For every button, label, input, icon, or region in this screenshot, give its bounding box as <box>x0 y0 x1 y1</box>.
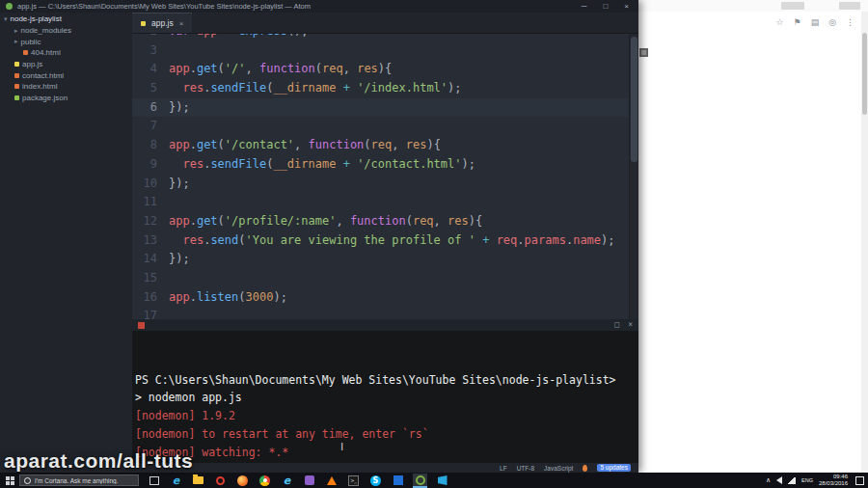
terminal-line: [nodemon] 1.9.2 <box>135 407 638 425</box>
terminal-line: > nodemon app.js <box>135 389 638 407</box>
code-line-12[interactable]: 12app.get('/profile/:name', function(req… <box>132 212 629 231</box>
start-button[interactable] <box>0 473 19 488</box>
inactive-window-control-right[interactable] <box>839 2 860 10</box>
code-line-9[interactable]: 9 res.sendFile(__dirname + '/contact.htm… <box>132 155 629 175</box>
tree-item-public[interactable]: ▸public <box>0 37 132 48</box>
task-view-button[interactable] <box>149 476 159 485</box>
tree-item-label: 404.html <box>31 48 61 57</box>
action-center-icon[interactable] <box>855 476 864 485</box>
status-items: LFUTF-8JavaScript <box>500 465 573 472</box>
cortana-search-box[interactable]: I'm Cortana. Ask me anything. <box>19 474 139 486</box>
tree-item-contact.html[interactable]: contact.html <box>0 69 132 81</box>
code-line-4[interactable]: 4app.get('/', function(req, res){ <box>132 60 629 79</box>
line-number: 10 <box>132 175 169 194</box>
file-explorer-icon[interactable] <box>191 474 205 488</box>
line-number: 2 <box>132 34 169 41</box>
bookmarks-icon[interactable]: ▤ <box>811 17 820 27</box>
code-line-10[interactable]: 10}); <box>132 175 629 194</box>
vscode-glyph <box>438 475 448 485</box>
html-file-icon <box>23 50 28 55</box>
tree-item-app.js[interactable]: app.js <box>0 59 132 70</box>
volume-icon[interactable] <box>776 476 782 484</box>
media-player-icon[interactable] <box>302 474 316 488</box>
browser-scrollbar-thumb[interactable] <box>862 33 867 115</box>
clock[interactable]: 09:46 28/03/2016 <box>819 474 848 488</box>
code-line-13[interactable]: 13 res.send('You are viewing the profile… <box>132 231 629 251</box>
flag-icon[interactable]: ⚑ <box>794 17 801 27</box>
atom-logo-icon <box>6 3 13 10</box>
window-title: app.js — C:\Users\Shaun\Documents\My Web… <box>17 2 311 11</box>
html-file-icon <box>14 73 19 78</box>
cmd-icon[interactable]: >_ <box>346 474 361 488</box>
tab-bar: app.js × <box>132 13 638 34</box>
maximize-button[interactable]: □ <box>603 2 608 11</box>
vlc-icon[interactable] <box>324 474 339 488</box>
chevron-up-icon[interactable]: ∧ <box>766 476 771 484</box>
tree-item-label: contact.html <box>22 71 64 80</box>
code-text: app.listen(3000); <box>169 288 287 308</box>
ie-icon[interactable]: e <box>280 474 294 488</box>
tab-app-js[interactable]: app.js × <box>132 13 192 33</box>
vscode-icon[interactable] <box>435 474 449 488</box>
photos-icon[interactable] <box>391 474 405 488</box>
code-line-5[interactable]: 5 res.sendFile(__dirname + '/index.html'… <box>132 79 629 98</box>
code-line-3[interactable]: 3 <box>132 41 629 61</box>
code-line-11[interactable]: 11 <box>132 193 629 212</box>
code-line-16[interactable]: 16app.listen(3000); <box>132 288 629 308</box>
edge-icon[interactable]: e <box>169 474 183 488</box>
editor-lines: 2var app = express();34app.get('/', func… <box>132 34 629 319</box>
status-item-utf-8[interactable]: UTF-8 <box>517 465 534 472</box>
updates-badge[interactable]: 5 updates <box>597 464 631 472</box>
browser-top-strip <box>638 0 868 12</box>
code-line-14[interactable]: 14}); <box>132 250 629 269</box>
atom-icon[interactable] <box>413 474 427 488</box>
line-number: 6 <box>132 98 169 118</box>
tree-item-package.json[interactable]: package.json <box>0 93 132 104</box>
tree-item-index.html[interactable]: index.html <box>0 81 132 93</box>
editor-scrollbar[interactable] <box>629 34 638 319</box>
line-number: 16 <box>132 288 169 308</box>
terminal-close-icon[interactable]: × <box>628 319 633 331</box>
code-line-17[interactable]: 17 <box>132 307 629 319</box>
editor-scrollbar-thumb[interactable] <box>631 37 637 162</box>
minimize-button[interactable]: ─ <box>582 2 587 11</box>
code-text: app.get('/contact', function(req, res){ <box>169 136 441 155</box>
code-line-2[interactable]: 2var app = express(); <box>132 34 629 41</box>
browser-scrollbar[interactable] <box>861 12 868 473</box>
language-indicator[interactable]: ENG <box>801 477 813 483</box>
terminal-status-icon[interactable] <box>138 322 145 329</box>
network-icon[interactable] <box>788 477 796 484</box>
status-item-javascript[interactable]: JavaScript <box>544 465 573 472</box>
firefox-icon[interactable] <box>235 474 250 488</box>
close-button[interactable]: × <box>624 2 629 11</box>
opera-icon[interactable] <box>213 474 228 488</box>
opera-glyph <box>216 476 225 485</box>
terminal-panel[interactable]: PS C:\Users\Shaun\Documents\My Web Sites… <box>132 331 638 463</box>
code-line-15[interactable]: 15 <box>132 269 629 288</box>
code-editor[interactable]: 2var app = express();34app.get('/', func… <box>132 34 629 319</box>
terminal-maximize-icon[interactable]: □ <box>614 319 619 331</box>
code-line-8[interactable]: 8app.get('/contact', function(req, res){ <box>132 136 629 155</box>
status-item-lf[interactable]: LF <box>500 465 507 472</box>
menu-icon[interactable]: ⋮ <box>846 17 854 27</box>
code-line-6[interactable]: 6}); <box>132 98 629 118</box>
cortana-placeholder: I'm Cortana. Ask me anything. <box>35 477 119 484</box>
tree-item-404.html[interactable]: 404.html <box>0 47 132 59</box>
tab-close-icon[interactable]: × <box>179 19 184 28</box>
chrome-icon[interactable] <box>258 474 272 488</box>
tree-root-label: node-js-playlist <box>11 14 62 23</box>
profile-icon[interactable]: ◎ <box>828 17 836 27</box>
skype-icon[interactable]: S <box>368 474 383 488</box>
code-line-7[interactable]: 7 <box>132 117 629 136</box>
flame-icon <box>583 465 587 472</box>
chrome-glyph <box>259 475 270 486</box>
tree-item-node_modules[interactable]: ▸node_modules <box>0 25 132 37</box>
star-icon[interactable]: ☆ <box>775 17 783 27</box>
windows-logo-icon <box>6 476 14 485</box>
code-text: res.send('You are viewing the profile of… <box>169 231 615 251</box>
inactive-window-control-left[interactable] <box>781 2 804 10</box>
tree-item-label: app.js <box>22 60 42 68</box>
tree-items: ▸node_modules▸public404.htmlapp.jscontac… <box>0 25 132 103</box>
html-file-icon <box>14 84 19 89</box>
tree-root-folder[interactable]: ▾ node-js-playlist <box>0 13 132 25</box>
